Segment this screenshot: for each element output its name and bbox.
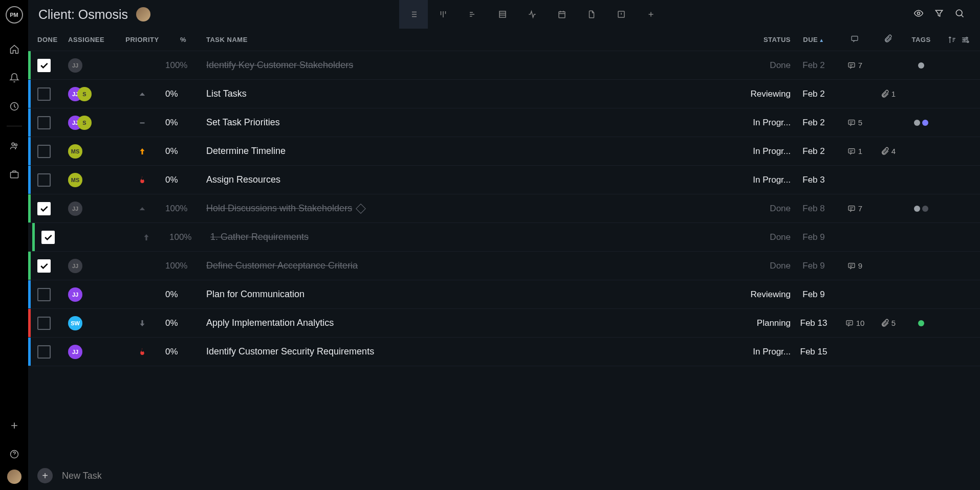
priority-cell[interactable] (119, 347, 165, 357)
col-attach[interactable] (873, 34, 903, 45)
col-due[interactable]: DUE▲ (791, 36, 837, 43)
priority-cell[interactable] (119, 175, 165, 185)
assignee-avatar[interactable]: MS (68, 144, 82, 159)
col-status[interactable]: STATUS (734, 36, 791, 43)
priority-cell[interactable] (123, 233, 169, 242)
status-cell[interactable]: Reviewing (734, 89, 791, 99)
due-cell[interactable]: Feb 2 (791, 118, 837, 128)
help-icon[interactable] (4, 444, 25, 464)
calendar-view-tab[interactable] (548, 0, 576, 29)
task-name[interactable]: Assign Resources (201, 174, 734, 185)
due-cell[interactable]: Feb 3 (791, 175, 837, 185)
status-cell[interactable]: Done (734, 60, 791, 71)
priority-cell[interactable] (119, 204, 165, 213)
task-name[interactable]: Hold Discussions with Stakeholders (201, 203, 734, 214)
search-icon[interactable] (954, 8, 965, 20)
files-view-tab[interactable] (577, 0, 606, 29)
board-view-tab[interactable] (429, 0, 458, 29)
done-checkbox[interactable] (37, 59, 51, 72)
col-assignee[interactable]: ASSIGNEE (68, 36, 119, 43)
task-row[interactable]: JJ 100% Identify Key Customer Stakeholde… (28, 51, 980, 80)
task-name[interactable]: 1. Gather Requirements (205, 232, 734, 242)
attachments-cell[interactable]: 1 (873, 90, 903, 99)
project-avatar[interactable] (136, 7, 150, 21)
new-task-row[interactable]: + New Task (28, 461, 980, 490)
due-cell[interactable]: Feb 2 (791, 89, 837, 99)
done-checkbox[interactable] (37, 259, 51, 273)
priority-cell[interactable] (119, 90, 165, 99)
done-checkbox[interactable] (37, 202, 51, 215)
tag-dot[interactable] (914, 206, 920, 212)
tag-dot[interactable] (918, 62, 924, 69)
priority-cell[interactable] (119, 118, 165, 127)
sheet-view-tab[interactable] (488, 0, 517, 29)
task-name[interactable]: Set Task Priorities (201, 117, 734, 128)
assignee-avatar[interactable]: S (77, 116, 92, 130)
tag-dot[interactable] (922, 206, 928, 212)
due-cell[interactable]: Feb 13 (791, 318, 837, 328)
status-cell[interactable]: Done (734, 204, 791, 214)
task-row[interactable]: JJ 0% Identify Customer Security Require… (28, 338, 980, 366)
col-done[interactable]: DONE (37, 36, 68, 43)
task-row[interactable]: SW 0% Apply Implementation Analytics Pla… (28, 309, 980, 338)
task-row[interactable]: JJ 100% Define Customer Acceptance Crite… (28, 252, 980, 280)
tags-cell[interactable] (903, 120, 939, 126)
comments-cell[interactable]: 7 (837, 61, 873, 70)
priority-cell[interactable] (119, 147, 165, 156)
risk-view-tab[interactable] (607, 0, 636, 29)
assignee-avatar[interactable]: SW (68, 316, 82, 330)
tag-dot[interactable] (922, 120, 928, 126)
done-checkbox[interactable] (37, 116, 51, 129)
col-priority[interactable]: PRIORITY (119, 36, 165, 43)
col-name[interactable]: TASK NAME (201, 36, 734, 43)
task-row[interactable]: JJ 100% Hold Discussions with Stakeholde… (28, 194, 980, 223)
tags-cell[interactable] (903, 62, 939, 69)
task-name[interactable]: List Tasks (201, 88, 734, 99)
task-row[interactable]: JJ 0% Plan for Communication Reviewing F… (28, 280, 980, 309)
add-icon[interactable] (4, 415, 25, 436)
assignee-avatar[interactable]: JJ (68, 287, 82, 302)
status-cell[interactable]: Done (734, 261, 791, 271)
tags-cell[interactable] (903, 320, 939, 326)
assignee-avatar[interactable]: S (77, 87, 92, 101)
done-checkbox[interactable] (37, 87, 51, 101)
projects-icon[interactable] (4, 164, 25, 185)
done-checkbox[interactable] (37, 288, 51, 301)
status-cell[interactable]: Reviewing (734, 289, 791, 300)
task-name[interactable]: Identify Key Customer Stakeholders (201, 60, 734, 71)
add-task-button[interactable]: + (37, 468, 53, 483)
done-checkbox[interactable] (37, 345, 51, 359)
due-cell[interactable]: Feb 2 (791, 146, 837, 157)
comments-cell[interactable]: 7 (837, 204, 873, 213)
done-checkbox[interactable] (41, 231, 55, 244)
assignee-avatar[interactable]: JJ (68, 58, 82, 73)
due-cell[interactable]: Feb 9 (791, 232, 837, 242)
status-cell[interactable]: Planning (734, 318, 791, 328)
task-name[interactable]: Determine Timeline (201, 146, 734, 157)
due-cell[interactable]: Feb 15 (791, 347, 837, 357)
comments-cell[interactable]: 1 (837, 147, 873, 155)
task-name[interactable]: Plan for Communication (201, 289, 734, 300)
user-avatar[interactable] (7, 470, 21, 484)
app-logo[interactable]: PM (6, 6, 23, 24)
watch-icon[interactable] (913, 8, 924, 20)
task-row[interactable]: MS 0% Assign Resources In Progr... Feb 3 (28, 166, 980, 194)
due-cell[interactable]: Feb 2 (791, 60, 837, 71)
sort-icon[interactable] (947, 35, 956, 44)
col-percent[interactable]: % (165, 36, 201, 43)
priority-cell[interactable] (119, 319, 165, 328)
task-row[interactable]: JJS 0% Set Task Priorities In Progr... F… (28, 108, 980, 137)
status-cell[interactable]: Done (734, 232, 791, 242)
task-name[interactable]: Define Customer Acceptance Criteria (201, 260, 734, 271)
gantt-view-tab[interactable] (459, 0, 487, 29)
filter-icon[interactable] (934, 8, 944, 20)
done-checkbox[interactable] (37, 173, 51, 187)
due-cell[interactable]: Feb 9 (791, 261, 837, 271)
list-view-tab[interactable] (399, 0, 428, 29)
task-row[interactable]: MS 0% Determine Timeline In Progr... Feb… (28, 137, 980, 166)
tag-dot[interactable] (918, 320, 924, 326)
tags-cell[interactable] (903, 206, 939, 212)
col-tags[interactable]: TAGS (903, 36, 939, 43)
comments-cell[interactable]: 10 (837, 319, 873, 327)
settings-icon[interactable] (961, 35, 970, 44)
